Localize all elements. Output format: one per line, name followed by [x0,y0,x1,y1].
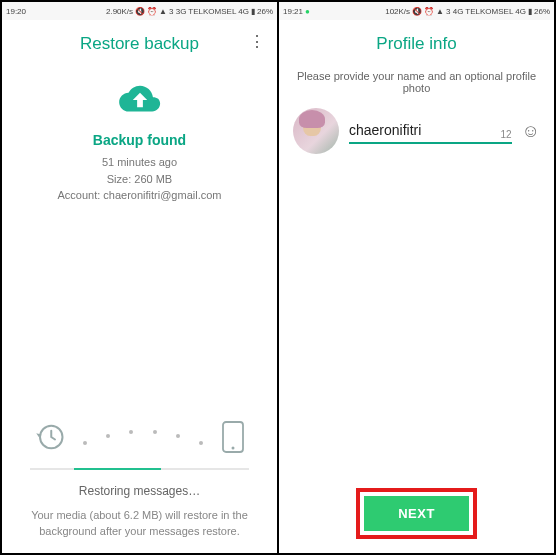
name-input[interactable] [349,118,512,144]
transfer-dots [73,425,213,449]
phone-icon [221,420,245,454]
backup-found-heading: Backup found [2,132,277,148]
footer-note: Your media (about 6.2 MB) will restore i… [2,498,277,553]
page-title: Restore backup [80,34,199,54]
status-battery: 26% [257,7,273,16]
next-highlight: NEXT [356,488,477,539]
backup-account: Account: chaeronifitri@gmail.com [2,187,277,204]
status-speed: 2.90K/s [106,7,133,16]
wifi-icon: ▲ [159,7,167,16]
next-button[interactable]: NEXT [364,496,469,531]
status-carrier: TELKOMSEL 4G [188,7,249,16]
svg-point-2 [106,434,110,438]
transfer-graphic [2,420,277,454]
alarm-icon: ⏰ [147,7,157,16]
svg-point-4 [153,430,157,434]
svg-point-5 [176,434,180,438]
battery-icon: ▮ [528,7,532,16]
svg-point-6 [199,441,203,445]
history-icon [35,422,65,452]
status-bar: 19:20 2.90K/s 🔇 ⏰ ▲ 3 3G TELKOMSEL 4G ▮ … [2,2,277,20]
page-title: Profile info [376,34,456,54]
mute-icon: 🔇 [135,7,145,16]
battery-icon: ▮ [251,7,255,16]
svg-point-3 [129,430,133,434]
more-options-button[interactable]: ⋮ [249,34,265,50]
backup-size: Size: 260 MB [2,171,277,188]
status-time: 19:20 [6,7,26,16]
svg-point-1 [83,441,87,445]
wifi-icon: ▲ [436,7,444,16]
backup-time: 51 minutes ago [2,154,277,171]
svg-point-8 [231,447,234,450]
char-count: 12 [500,129,511,140]
cloud-upload-icon [2,82,277,118]
status-signal: 3 3G [169,7,186,16]
alarm-icon: ⏰ [424,7,434,16]
progress-bar [30,468,249,470]
restoring-status: Restoring messages… [2,484,277,498]
progress-fill [74,468,162,470]
status-bar: 19:21 ● 102K/s 🔇 ⏰ ▲ 3 4G TELKOMSEL 4G ▮… [279,2,554,20]
status-time: 19:21 [283,7,303,16]
emoji-icon[interactable]: ☺ [522,121,540,142]
profile-info-screen: 19:21 ● 102K/s 🔇 ⏰ ▲ 3 4G TELKOMSEL 4G ▮… [279,2,554,553]
status-battery: 26% [534,7,550,16]
status-signal: 3 4G [446,7,463,16]
status-carrier: TELKOMSEL 4G [465,7,526,16]
header: Restore backup ⋮ [2,20,277,64]
subtitle: Please provide your name and an optional… [279,64,554,94]
avatar[interactable] [293,108,339,154]
restore-backup-screen: 19:20 2.90K/s 🔇 ⏰ ▲ 3 3G TELKOMSEL 4G ▮ … [2,2,279,553]
whatsapp-icon: ● [305,7,310,16]
status-speed: 102K/s [385,7,410,16]
mute-icon: 🔇 [412,7,422,16]
header: Profile info [279,20,554,64]
